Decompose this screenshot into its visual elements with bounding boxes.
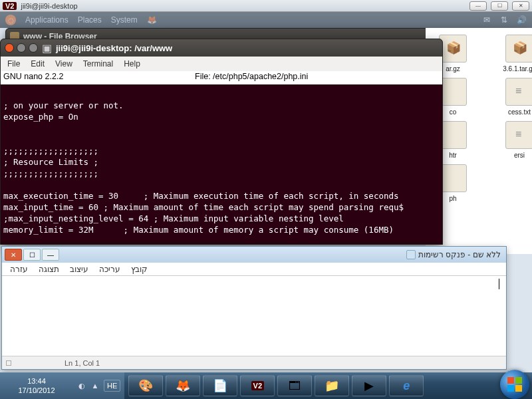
windows-logo-icon	[507, 377, 522, 392]
language-indicator[interactable]: HE	[104, 380, 120, 392]
menu-view[interactable]: תצוגה	[39, 265, 59, 274]
taskbar-app-misc[interactable]: 🗔	[277, 375, 312, 396]
taskbar-app-explorer[interactable]: 📁	[315, 375, 349, 396]
scroll-left-icon[interactable]	[6, 360, 11, 366]
folder-icon	[439, 78, 467, 106]
taskbar-app-paint[interactable]: 🎨	[128, 375, 163, 396]
taskbar-app-word[interactable]: 📄	[203, 375, 237, 396]
terminal-window[interactable]: ▣ jii9i@jii9i-desktop: /var/www File Edi…	[0, 39, 443, 245]
window-maximize-icon[interactable]	[29, 43, 38, 53]
taskbar-app-firefox[interactable]: 🦊	[166, 375, 200, 396]
file-item[interactable]: cess.txt	[496, 78, 532, 116]
file-icon	[439, 121, 467, 149]
start-button[interactable]	[500, 370, 529, 399]
taskbar-apps: 🎨 🦊 📄 V2 🗔 📁 ▶ e	[124, 372, 497, 399]
menu-help[interactable]: עזרה	[10, 265, 28, 274]
menu-file[interactable]: File	[7, 59, 20, 68]
window-close-icon[interactable]	[5, 43, 14, 53]
maximize-button[interactable]: ☐	[23, 249, 41, 261]
minimize-button[interactable]: —	[42, 249, 59, 261]
menu-edit[interactable]: Edit	[31, 59, 45, 68]
vnc-logo-icon: V2	[3, 2, 17, 10]
terminal-title: jii9i@jii9i-desktop: /var/www	[56, 43, 172, 53]
file-item[interactable]: ersi	[496, 121, 532, 159]
terminal-menubar: File Edit View Terminal Help	[1, 57, 442, 71]
text-file-icon	[505, 78, 532, 106]
file-item[interactable]: 3.6.1.tar.gz	[496, 35, 532, 72]
menu-file[interactable]: קובץ	[131, 265, 148, 274]
text-file-icon	[505, 121, 532, 149]
close-button[interactable]: ✕	[5, 249, 22, 261]
windows-taskbar: 13:44 17/10/2012 ◐ ▲ HE 🎨 🦊 📄 V2 🗔 📁 ▶ e	[0, 372, 532, 399]
taskbar-app-ie[interactable]: e	[389, 375, 424, 396]
taskbar-clock[interactable]: 13:44 17/10/2012	[0, 372, 73, 399]
window-minimize-icon[interactable]	[17, 43, 26, 53]
menu-format[interactable]: עיצוב	[70, 265, 88, 274]
nano-version: GNU nano 2.2.2	[3, 72, 63, 84]
menu-help[interactable]: Help	[124, 59, 140, 68]
menu-edit[interactable]: עריכה	[99, 265, 120, 274]
text-cursor	[499, 279, 499, 289]
clock-date: 17/10/2012	[18, 386, 55, 395]
system-tray: ◐ ▲ HE	[73, 372, 124, 399]
terminal-titlebar[interactable]: ▣ jii9i@jii9i-desktop: /var/www	[1, 39, 442, 57]
notepad-statusbar: Ln 1, Col 1	[2, 356, 506, 369]
archive-icon	[439, 35, 467, 63]
vnc-titlebar: V2 jii9i@jii9i-desktop — ☐ ✕	[0, 0, 532, 12]
vnc-title: jii9i@jii9i-desktop	[21, 2, 77, 10]
notepad-window[interactable]: ✕ ☐ — ללא שם - פנקס רשימות קובץ עריכה עי…	[1, 246, 507, 370]
notepad-titlebar[interactable]: ✕ ☐ — ללא שם - פנקס רשימות	[2, 247, 506, 263]
notepad-icon	[406, 250, 416, 259]
clock-time: 13:44	[27, 376, 46, 386]
background-browser-tabs	[0, 12, 532, 28]
taskbar-app-vnc[interactable]: V2	[240, 375, 275, 396]
taskbar-app-media[interactable]: ▶	[352, 375, 386, 396]
notepad-menubar: קובץ עריכה עיצוב תצוגה עזרה	[2, 263, 506, 276]
nano-statusbar: GNU nano 2.2.2 File: /etc/php5/apache2/p…	[1, 71, 442, 84]
terminal-icon: ▣	[42, 42, 52, 55]
close-button[interactable]: ✕	[512, 1, 529, 11]
terminal-content[interactable]: ; on your server or not. expose_php = On…	[1, 84, 442, 244]
nano-file-path: File: /etc/php5/apache2/php.ini	[63, 72, 440, 84]
maximize-button[interactable]: ☐	[491, 1, 508, 11]
archive-icon	[505, 35, 532, 63]
file-icon	[439, 164, 467, 192]
notepad-title: ללא שם - פנקס רשימות	[418, 250, 501, 259]
menu-view[interactable]: View	[55, 59, 72, 68]
menu-terminal[interactable]: Terminal	[83, 59, 113, 68]
notepad-textarea[interactable]	[2, 276, 506, 356]
tray-icon[interactable]: ◐	[77, 381, 86, 390]
tray-icon[interactable]: ▲	[90, 381, 100, 390]
minimize-button[interactable]: —	[469, 1, 487, 11]
cursor-position: Ln 1, Col 1	[65, 359, 100, 367]
